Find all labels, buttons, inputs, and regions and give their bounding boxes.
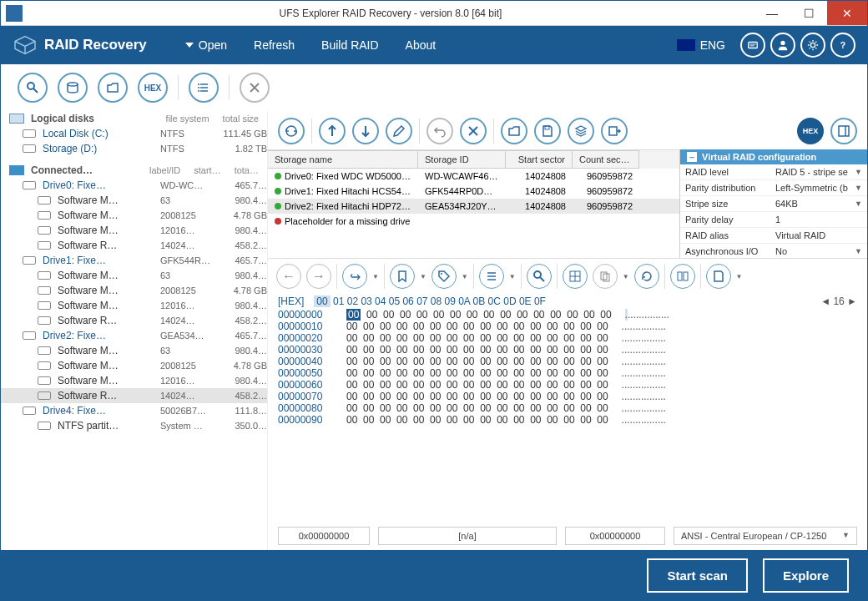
undo-icon[interactable] bbox=[426, 118, 453, 144]
maximize-button[interactable]: ☐ bbox=[790, 1, 827, 25]
hdd-icon bbox=[23, 331, 36, 340]
scan-disks-icon[interactable] bbox=[58, 73, 88, 103]
goto-icon[interactable]: ↪ bbox=[342, 264, 367, 289]
open-image-icon[interactable] bbox=[98, 73, 128, 103]
storage-row[interactable]: Placeholder for a missing drive bbox=[268, 214, 679, 229]
collapse-icon[interactable]: – bbox=[687, 152, 697, 162]
sidebar-partition-item[interactable]: Software M…12016…980.4… bbox=[1, 373, 267, 388]
nav-about[interactable]: About bbox=[392, 38, 450, 52]
hdd-icon bbox=[23, 256, 36, 265]
raid-config-row[interactable]: Asynchronous I/ONo▼ bbox=[680, 244, 867, 258]
sidebar-logical-item[interactable]: Storage (D:)NTFS1.82 TB bbox=[1, 141, 267, 156]
sidebar-partition-item[interactable]: Software M…12016…980.4… bbox=[1, 298, 267, 313]
panel-toggle-icon[interactable] bbox=[830, 118, 857, 144]
sidebar-drive-item[interactable]: Drive2: Fixe…GEA534…465.7… bbox=[1, 328, 267, 343]
start-scan-button[interactable]: Start scan bbox=[647, 558, 748, 593]
fields-icon[interactable] bbox=[479, 264, 504, 289]
settings-button[interactable] bbox=[800, 33, 825, 58]
sidebar-partition-item[interactable]: Software M…20081254.78 GB bbox=[1, 283, 267, 298]
move-up-icon[interactable] bbox=[319, 118, 346, 144]
hex-row[interactable]: 0000002000 00 00 00 00 00 00 00 00 00 00… bbox=[278, 332, 857, 344]
layers-icon[interactable] bbox=[568, 118, 594, 144]
license-button[interactable] bbox=[740, 33, 765, 58]
forward-icon[interactable]: → bbox=[306, 264, 331, 289]
user-button[interactable] bbox=[770, 33, 795, 58]
sidebar-drive-item[interactable]: Drive0: Fixe…WD-WC…465.7… bbox=[1, 178, 267, 193]
storage-row[interactable]: Drive1: Fixed Hitachi HCS5450…GFK544RP0D… bbox=[268, 184, 679, 199]
sidebar: Logical disks file systemtotal size Loca… bbox=[1, 111, 268, 550]
search-icon[interactable] bbox=[18, 73, 48, 103]
explore-button[interactable]: Explore bbox=[763, 558, 849, 593]
hex-row[interactable]: 0000008000 00 00 00 00 00 00 00 00 00 00… bbox=[278, 402, 857, 414]
search-hex-icon[interactable] bbox=[527, 264, 552, 289]
reload-icon[interactable] bbox=[634, 264, 659, 289]
sidebar-partition-item[interactable]: Software R…14024…458.2… bbox=[1, 388, 267, 403]
tag-icon[interactable] bbox=[431, 264, 457, 289]
partition-icon bbox=[38, 241, 51, 250]
svg-point-14 bbox=[198, 90, 199, 92]
raid-config-row[interactable]: RAID levelRAID 5 - stripe se▼ bbox=[680, 164, 867, 180]
partition-icon bbox=[38, 376, 51, 385]
sidebar-partition-item[interactable]: Software M…63980.4… bbox=[1, 193, 267, 208]
col-storage-id[interactable]: Storage ID bbox=[418, 150, 506, 169]
hex-row[interactable]: 0000006000 00 00 00 00 00 00 00 00 00 00… bbox=[278, 379, 857, 391]
help-button[interactable]: ? bbox=[830, 33, 855, 58]
col-start-sector[interactable]: Start sector bbox=[506, 150, 573, 169]
hex-icon[interactable]: HEX bbox=[138, 73, 168, 103]
hex-viewer[interactable]: [HEX]00 01 02 03 04 05 06 07 08 09 0A 0B… bbox=[268, 294, 867, 522]
col-storage-name[interactable]: Storage name bbox=[268, 150, 418, 169]
storage-row[interactable]: Drive2: Fixed Hitachi HDP7250…GEA534RJ20… bbox=[268, 199, 679, 214]
remove-icon[interactable] bbox=[460, 118, 487, 144]
hex-encoding[interactable]: ANSI - Central European / CP-1250▼ bbox=[674, 527, 857, 545]
copy-icon[interactable] bbox=[593, 264, 618, 289]
nav-build-raid[interactable]: Build RAID bbox=[308, 38, 391, 52]
export-icon[interactable] bbox=[601, 118, 628, 144]
nav-open[interactable]: Open bbox=[172, 38, 240, 52]
svg-point-4 bbox=[810, 43, 815, 47]
sidebar-logical-item[interactable]: Local Disk (C:)NTFS111.45 GB bbox=[1, 126, 267, 141]
language-selector[interactable]: ENG bbox=[677, 38, 725, 52]
sidebar-partition-item[interactable]: Software R…14024…458.2… bbox=[1, 313, 267, 328]
sidebar-partition-item[interactable]: Software M…20081254.78 GB bbox=[1, 208, 267, 223]
raid-config-row[interactable]: Parity distributionLeft-Symmetric (b▼ bbox=[680, 180, 867, 196]
col-count-sectors[interactable]: Count sect… bbox=[573, 150, 639, 169]
sidebar-partition-item[interactable]: NTFS partit…System …350.0… bbox=[1, 418, 267, 433]
hex-row[interactable]: 0000003000 00 00 00 00 00 00 00 00 00 00… bbox=[278, 344, 857, 356]
hex-row[interactable]: 0000004000 00 00 00 00 00 00 00 00 00 00… bbox=[278, 356, 857, 367]
partition-icon bbox=[38, 286, 51, 295]
sidebar-partition-item[interactable]: Software M…20081254.78 GB bbox=[1, 358, 267, 373]
sidebar-drive-item[interactable]: Drive1: Fixe…GFK544R…465.7… bbox=[1, 253, 267, 268]
storage-row[interactable]: Drive0: Fixed WDC WD5000A…WD-WCAWF46…140… bbox=[268, 169, 679, 184]
sidebar-partition-item[interactable]: Software M…63980.4… bbox=[1, 268, 267, 283]
save-hex-icon[interactable] bbox=[706, 264, 731, 289]
back-icon[interactable]: ← bbox=[276, 264, 301, 289]
sidebar-partition-item[interactable]: Software M…12016…980.4… bbox=[1, 223, 267, 238]
list-view-icon[interactable] bbox=[189, 73, 219, 103]
save-icon[interactable] bbox=[534, 118, 561, 144]
hex-row[interactable]: 0000000000 00 00 00 00 00 00 00 00 00 00… bbox=[278, 309, 857, 321]
compare-icon[interactable] bbox=[670, 264, 695, 289]
edit-icon[interactable] bbox=[386, 118, 412, 144]
sidebar-drive-item[interactable]: Drive4: Fixe…50026B7…111.8… bbox=[1, 403, 267, 418]
open-folder-icon[interactable] bbox=[501, 118, 527, 144]
hex-row[interactable]: 0000001000 00 00 00 00 00 00 00 00 00 00… bbox=[278, 321, 857, 332]
sidebar-partition-item[interactable]: Software R…14024…458.2… bbox=[1, 238, 267, 253]
hex-row[interactable]: 0000009000 00 00 00 00 00 00 00 00 00 00… bbox=[278, 414, 857, 426]
hex-row[interactable]: 0000007000 00 00 00 00 00 00 00 00 00 00… bbox=[278, 391, 857, 402]
auto-detect-icon[interactable] bbox=[278, 118, 305, 144]
move-down-icon[interactable] bbox=[352, 118, 379, 144]
svg-rect-20 bbox=[609, 127, 617, 135]
hex-row[interactable]: 0000005000 00 00 00 00 00 00 00 00 00 00… bbox=[278, 367, 857, 379]
titlebar: UFS Explorer RAID Recovery - version 8.0… bbox=[1, 1, 867, 26]
sidebar-partition-item[interactable]: Software M…63980.4… bbox=[1, 343, 267, 358]
close-panel-icon[interactable] bbox=[240, 73, 270, 103]
raid-config-row[interactable]: Stripe size64KB▼ bbox=[680, 196, 867, 212]
minimize-button[interactable]: — bbox=[754, 1, 790, 25]
grid-icon[interactable] bbox=[563, 264, 588, 289]
bookmark-icon[interactable] bbox=[390, 264, 415, 289]
raid-config-row[interactable]: Parity delay1 bbox=[680, 212, 867, 228]
raid-config-row[interactable]: RAID aliasVirtual RAID bbox=[680, 228, 867, 244]
hex-view-icon[interactable]: HEX bbox=[797, 118, 824, 144]
close-button[interactable]: ✕ bbox=[827, 1, 867, 25]
nav-refresh[interactable]: Refresh bbox=[240, 38, 308, 52]
